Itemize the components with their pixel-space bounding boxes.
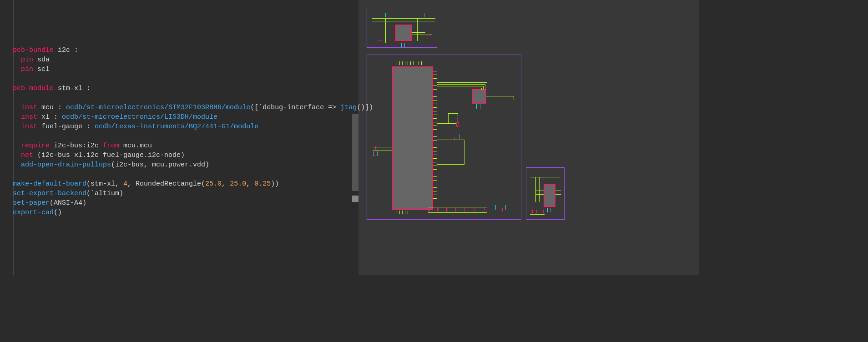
app-root: pcb-bundle i2c : pin sda pin scl pcb-mod…: [0, 0, 699, 275]
decoupling-caps-frame: [428, 205, 515, 219]
fn-jtag: jtag: [340, 104, 357, 111]
id-sda: sda: [37, 56, 50, 64]
fn-export-cad: export-cad: [13, 209, 54, 216]
fn-bq27441-module: ocdb/texas-instruments/BQ27441-G1/module: [95, 123, 258, 131]
cap-icon: [375, 146, 377, 150]
fn-lis3dh-module: ocdb/st-microelectronics/LIS3DH/module: [62, 113, 217, 121]
kw-pcb-module: pcb-module: [13, 85, 54, 92]
kw-require: require: [21, 142, 50, 150]
fn-pullups: add-open-drain-pullups: [21, 161, 111, 169]
kw-pcb-bundle: pcb-bundle: [13, 46, 54, 54]
kw-inst: inst: [21, 113, 37, 121]
kw-net: net: [21, 151, 33, 159]
chip-xl: [544, 184, 555, 207]
kw-inst: inst: [21, 104, 37, 111]
led-icon: [456, 122, 459, 127]
id-scl: scl: [37, 65, 50, 73]
kw-pin: pin: [21, 65, 33, 73]
module-frame-xl[interactable]: [526, 167, 565, 220]
chip-fuel-gauge: [395, 25, 412, 41]
fn-set-export-backend: set-export-backend: [13, 190, 86, 197]
code-editor[interactable]: pcb-bundle i2c : pin sda pin scl pcb-mod…: [0, 0, 358, 275]
chip-aux-1: [472, 89, 486, 104]
code-block: pcb-bundle i2c : pin sda pin scl pcb-mod…: [13, 45, 358, 217]
kw-from: from: [103, 142, 119, 150]
module-frame-fuel-gauge[interactable]: vvv vvv: [367, 7, 437, 48]
schematic-preview[interactable]: vvv vvv vvv: [358, 0, 699, 275]
kw-inst: inst: [21, 123, 37, 131]
fn-stm32-module: ocdb/st-microelectronics/STM32F103RBH6/m…: [66, 104, 250, 111]
id-i2c: i2c :: [58, 46, 78, 54]
kw-pin: pin: [21, 56, 33, 64]
chip-mcu: [392, 66, 433, 210]
mcu-pins-top: [397, 61, 429, 67]
id-stmxl: stm-xl :: [58, 85, 91, 92]
module-frame-mcu[interactable]: vvv: [367, 55, 521, 220]
fn-make-default-board: make-default-board: [13, 180, 86, 188]
mcu-pins-bottom: [397, 211, 429, 216]
fn-set-paper: set-paper: [13, 199, 50, 207]
